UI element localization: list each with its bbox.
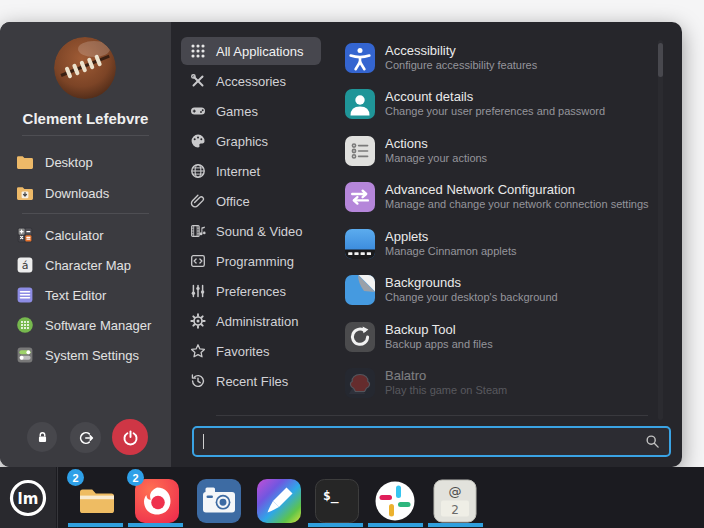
app-item-balatro[interactable]: Balatro Play this game on Steam	[345, 368, 657, 398]
category-label: Programming	[216, 254, 294, 269]
category-label: Preferences	[216, 284, 286, 299]
sidebar-item-software-manager[interactable]: Software Manager	[15, 314, 151, 336]
backgrounds-icon	[345, 275, 375, 305]
history-icon	[190, 373, 206, 389]
sidebar-separator	[22, 213, 149, 214]
palette-icon	[190, 133, 206, 149]
avatar[interactable]	[54, 37, 116, 99]
sidebar-separator	[22, 135, 149, 136]
sidebar-item-character-map[interactable]: á Character Map	[15, 254, 131, 276]
svg-text:2: 2	[451, 503, 459, 517]
screenshot-launcher[interactable]	[197, 479, 241, 523]
category-office[interactable]: Office	[181, 187, 321, 215]
account-icon	[345, 89, 375, 119]
folder-download-icon	[15, 183, 35, 203]
svg-text:lm: lm	[18, 489, 39, 507]
slack-active-indicator	[368, 523, 423, 527]
cinnamon-menu: Clement Lefebvre Desktop Downloads	[0, 22, 682, 467]
sidebar-item-text-editor[interactable]: Text Editor	[15, 284, 106, 306]
category-label: Administration	[216, 314, 298, 329]
terminal-active-indicator	[308, 523, 363, 527]
football-avatar-image	[54, 37, 116, 99]
sliders-icon	[190, 283, 206, 299]
slack-launcher[interactable]	[373, 479, 417, 523]
app-item-account-details[interactable]: Account details Change your user prefere…	[345, 89, 657, 119]
balatro-icon	[345, 368, 375, 398]
category-label: Favorites	[216, 344, 269, 359]
star-icon	[190, 343, 206, 359]
category-accessories[interactable]: Accessories	[181, 67, 321, 95]
category-favorites[interactable]: Favorites	[181, 337, 321, 365]
mail-launcher[interactable]: @ 2	[433, 479, 477, 523]
app-description: Manage your actions	[385, 151, 487, 165]
category-label: Office	[216, 194, 250, 209]
category-graphics[interactable]: Graphics	[181, 127, 321, 155]
mail-active-indicator	[428, 523, 483, 527]
terminal-launcher[interactable]: $_	[315, 479, 359, 523]
app-item-actions[interactable]: Actions Manage your actions	[345, 136, 657, 166]
app-description: Change your user preferences and passwor…	[385, 104, 605, 118]
tools-icon	[190, 73, 206, 89]
app-title: Backgrounds	[385, 275, 558, 290]
sidebar-item-system-settings[interactable]: System Settings	[15, 344, 139, 366]
menu-sidebar: Clement Lefebvre Desktop Downloads	[0, 22, 171, 467]
app-title: Backup Tool	[385, 322, 493, 337]
mint-menu-button[interactable]: lm	[0, 467, 56, 528]
system-settings-icon	[15, 345, 35, 365]
app-title: Applets	[385, 229, 516, 244]
app-item-backgrounds[interactable]: Backgrounds Change your desktop's backgr…	[345, 275, 657, 305]
actions-icon	[345, 136, 375, 166]
app-item-backup-tool[interactable]: Backup Tool Backup apps and files	[345, 322, 657, 352]
app-title: Account details	[385, 89, 605, 104]
paintbrush-icon	[257, 479, 301, 523]
folder-icon	[15, 152, 35, 172]
app-item-applets[interactable]: Applets Manage Cinnamon applets	[345, 229, 657, 259]
app-description: Manage Cinnamon applets	[385, 244, 516, 258]
mint-logo-icon: lm	[6, 476, 50, 520]
category-label: Internet	[216, 164, 260, 179]
category-recent-files[interactable]: Recent Files	[181, 367, 321, 395]
app-description: Play this game on Steam	[385, 383, 507, 397]
text-editor-icon	[15, 285, 35, 305]
sidebar-item-calculator[interactable]: Calculator	[15, 224, 104, 246]
calculator-icon	[15, 225, 35, 245]
files-launcher[interactable]	[75, 479, 119, 523]
paperclip-icon	[190, 193, 206, 209]
app-title: Advanced Network Configuration	[385, 182, 649, 197]
category-administration[interactable]: Administration	[181, 307, 321, 335]
character-map-icon: á	[15, 255, 35, 275]
category-label: Recent Files	[216, 374, 288, 389]
app-item-advanced-network-configuration[interactable]: Advanced Network Configuration Manage an…	[345, 182, 657, 212]
applets-icon	[345, 229, 375, 259]
film-note-icon	[190, 223, 206, 239]
category-internet[interactable]: Internet	[181, 157, 321, 185]
search-separator	[216, 415, 648, 416]
globe-icon	[190, 163, 206, 179]
app-description: Change your desktop's background	[385, 290, 558, 304]
category-programming[interactable]: Programming	[181, 247, 321, 275]
category-games[interactable]: Games	[181, 97, 321, 125]
camera-icon	[197, 479, 241, 523]
software-manager-icon	[15, 315, 35, 335]
power-button[interactable]	[112, 419, 148, 455]
logout-button[interactable]	[70, 422, 101, 453]
user-name: Clement Lefebvre	[0, 110, 171, 127]
app-title: Accessibility	[385, 43, 537, 58]
drawing-launcher[interactable]	[257, 479, 301, 523]
app-list-scrollbar-thumb[interactable]	[658, 43, 663, 77]
category-all-applications[interactable]: All Applications	[181, 37, 321, 65]
category-preferences[interactable]: Preferences	[181, 277, 321, 305]
sidebar-item-downloads[interactable]: Downloads	[15, 182, 109, 204]
accessibility-icon	[345, 43, 375, 73]
backup-icon	[345, 322, 375, 352]
app-item-accessibility[interactable]: Accessibility Configure accessibility fe…	[345, 43, 657, 73]
sidebar-item-desktop[interactable]: Desktop	[15, 151, 93, 173]
category-label: All Applications	[216, 44, 303, 59]
firefox-active-indicator	[128, 523, 183, 527]
firefox-launcher[interactable]	[135, 479, 179, 523]
search-input[interactable]	[194, 428, 669, 455]
category-sound-video[interactable]: Sound & Video	[181, 217, 321, 245]
files-badge: 2	[67, 469, 84, 486]
app-list-scrollbar-track[interactable]	[658, 40, 663, 420]
lock-button[interactable]	[27, 422, 57, 452]
